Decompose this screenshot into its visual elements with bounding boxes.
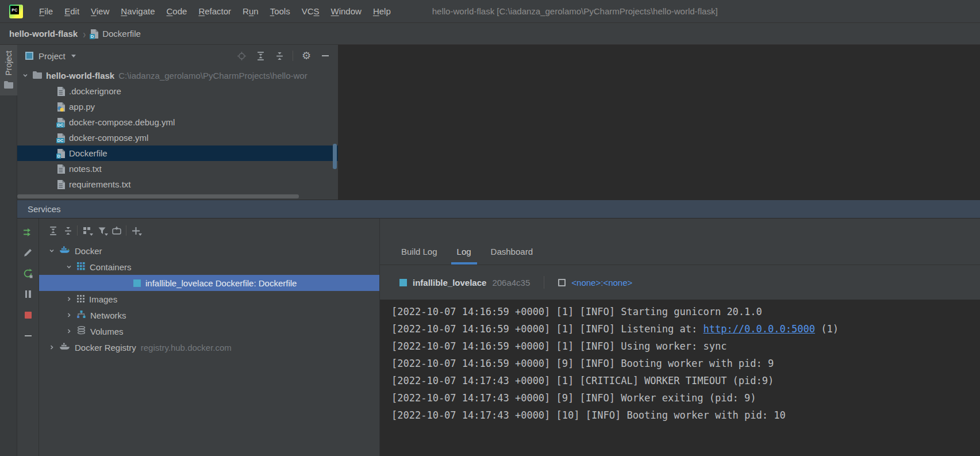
hide-panel-button[interactable]: [320, 50, 331, 62]
tree-label: Volumes: [90, 327, 124, 336]
filter-button[interactable]: [96, 225, 107, 236]
tree-row-file[interactable]: DC docker-compose.debug.yml: [17, 114, 338, 130]
tab-log[interactable]: Log: [449, 247, 479, 265]
tree-row-file[interactable]: .dockerignore: [17, 83, 338, 99]
menu-run[interactable]: Run: [237, 4, 264, 18]
networks-icon: [77, 311, 86, 320]
container-info-bar: infallible_lovelace 206a4c35 <none>:<non…: [380, 265, 980, 300]
chevron-down-icon[interactable]: [66, 262, 72, 272]
chevron-right-icon: ›: [83, 27, 86, 41]
window-title: hello-world-flask [C:\iadanza_gerolamo\P…: [432, 6, 718, 16]
tree-row-containers[interactable]: Containers: [39, 259, 379, 275]
log-tabs: Build Log Log Dashboard: [380, 219, 980, 265]
services-title: Services: [28, 204, 61, 214]
active-tab-underline: [451, 262, 477, 265]
tree-row-images[interactable]: Images: [39, 291, 379, 307]
menu-view[interactable]: View: [85, 4, 115, 18]
menu-file[interactable]: File: [33, 4, 59, 18]
pycharm-logo-text: PC: [10, 6, 19, 14]
chevron-right-icon[interactable]: [66, 311, 72, 320]
editor-area[interactable]: [338, 45, 980, 200]
menu-refactor[interactable]: Refactor: [193, 4, 237, 18]
docker-registry-whale-icon: [60, 343, 70, 352]
redeploy-button[interactable]: [21, 267, 35, 280]
text-file-icon: [57, 164, 65, 174]
add-service-button[interactable]: [130, 225, 141, 236]
tree-row-docker-registry[interactable]: Docker Registry registry.hub.docker.com: [39, 339, 379, 355]
project-tool-window-tab[interactable]: Project: [0, 45, 17, 95]
tree-row-file[interactable]: requirements.txt: [17, 177, 338, 192]
menu-code[interactable]: Code: [161, 4, 193, 18]
text-file-icon: [57, 180, 65, 189]
project-view-icon: [25, 52, 33, 60]
project-panel-title[interactable]: Project: [39, 51, 66, 61]
container-id: 206a4c35: [492, 278, 530, 288]
log-line: [2022-10-07 14:16:59 +0000] [1] [INFO] S…: [391, 303, 980, 320]
tree-row-file-selected[interactable]: D Dockerfile: [17, 145, 338, 161]
pause-button[interactable]: [21, 288, 35, 301]
edit-configuration-button[interactable]: [21, 246, 35, 259]
tree-row-volumes[interactable]: Volumes: [39, 323, 379, 339]
collapse-all-button[interactable]: [62, 225, 74, 236]
services-toolbar: [39, 219, 379, 243]
tree-row-docker[interactable]: Docker: [39, 243, 379, 259]
menu-edit[interactable]: Edit: [59, 4, 85, 18]
settings-gear-button[interactable]: ⚙: [301, 50, 312, 62]
tree-row-file[interactable]: DC docker-compose.yml: [17, 130, 338, 145]
text-file-icon: [57, 87, 65, 96]
image-tag-link[interactable]: <none>:<none>: [571, 278, 632, 288]
menu-tools[interactable]: Tools: [264, 4, 296, 18]
project-tree: hello-world-flask C:\iadanza_gerolamo\Py…: [17, 67, 338, 192]
toolbar-separator: [293, 51, 293, 61]
chevron-down-icon[interactable]: [22, 71, 29, 81]
project-tab-label: Project: [4, 51, 13, 76]
tab-dashboard[interactable]: Dashboard: [483, 247, 540, 265]
chevron-right-icon[interactable]: [66, 327, 72, 336]
tree-label: Images: [89, 294, 117, 304]
expand-all-button[interactable]: [255, 50, 266, 62]
breadcrumb-project[interactable]: hello-world-flask: [9, 29, 78, 39]
tree-label: Docker Registry: [75, 343, 136, 352]
menu-navigate[interactable]: Navigate: [115, 4, 160, 18]
collapse-all-button[interactable]: [274, 50, 285, 62]
chevron-right-icon[interactable]: [48, 343, 55, 352]
stop-button[interactable]: [21, 308, 35, 321]
python-file-icon: [57, 102, 65, 112]
chevron-down-icon[interactable]: [71, 55, 76, 58]
group-by-button[interactable]: [81, 225, 93, 236]
menu-help[interactable]: Help: [367, 4, 397, 18]
tree-row-file[interactable]: notes.txt: [17, 161, 338, 177]
horizontal-scrollbar[interactable]: [17, 194, 299, 198]
docker-compose-file-icon: DC: [57, 118, 65, 127]
locate-file-button[interactable]: [236, 50, 247, 62]
registry-url: registry.hub.docker.com: [141, 343, 232, 352]
project-root-name: hello-world-flask: [46, 71, 114, 81]
add-tab-button[interactable]: [111, 225, 122, 236]
chevron-down-icon[interactable]: [48, 246, 55, 256]
menu-window[interactable]: Window: [325, 4, 367, 18]
log-line: [2022-10-07 14:17:43 +0000] [1] [CRITICA…: [391, 372, 980, 389]
pycharm-logo-icon[interactable]: PC: [9, 5, 23, 18]
file-name: app.py: [69, 102, 95, 112]
menu-vcs[interactable]: VCS: [296, 4, 325, 18]
tree-row-file[interactable]: app.py: [17, 99, 338, 114]
tree-row-networks[interactable]: Networks: [39, 307, 379, 323]
tab-build-log[interactable]: Build Log: [394, 247, 445, 265]
file-name: Dockerfile: [69, 148, 107, 158]
url-link[interactable]: http://0.0.0.0:5000: [703, 323, 814, 335]
services-header[interactable]: Services: [17, 200, 980, 219]
log-console[interactable]: [2022-10-07 14:16:59 +0000] [1] [INFO] S…: [380, 300, 980, 456]
services-side-toolbar: [17, 219, 39, 456]
tool-window-stripe: Project: [0, 45, 17, 456]
hide-services-button[interactable]: [21, 329, 35, 342]
tree-row-container-selected[interactable]: infallible_lovelace Dockerfile: Dockerfi…: [39, 275, 379, 291]
deploy-run-button[interactable]: [21, 225, 35, 239]
log-line: [2022-10-07 14:16:59 +0000] [9] [INFO] B…: [391, 355, 980, 372]
chevron-right-icon[interactable]: [66, 294, 72, 304]
tree-row-project-root[interactable]: hello-world-flask C:\iadanza_gerolamo\Py…: [17, 68, 338, 83]
vertical-scrollbar[interactable]: [333, 144, 337, 169]
breadcrumb-file[interactable]: Dockerfile: [102, 29, 141, 39]
log-line: [2022-10-07 14:16:59 +0000] [1] [INFO] U…: [391, 338, 980, 355]
expand-all-button[interactable]: [47, 225, 59, 236]
containers-icon: [77, 262, 85, 272]
